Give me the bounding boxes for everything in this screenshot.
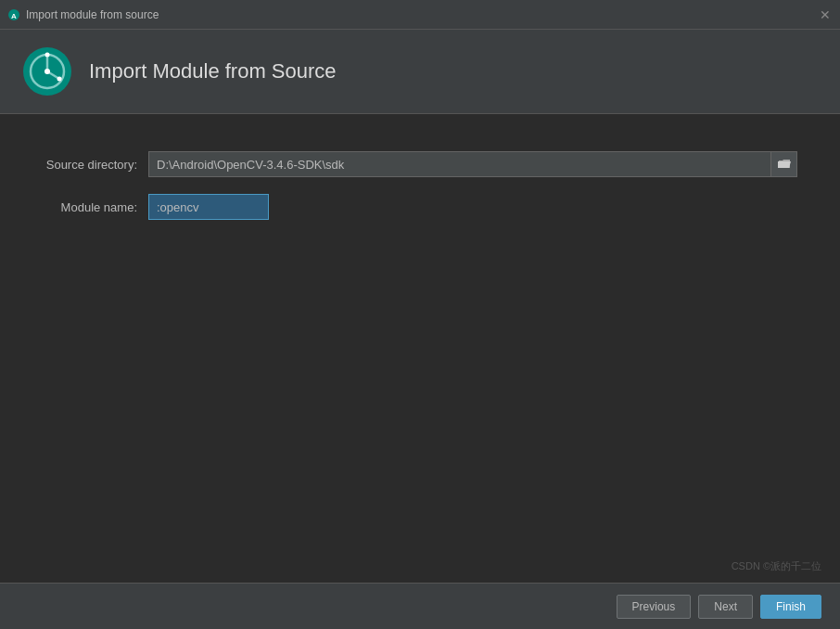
svg-point-6	[45, 69, 50, 74]
dialog-header: Import Module from Source	[0, 30, 840, 114]
close-button[interactable]: ✕	[818, 7, 833, 22]
next-button[interactable]: Next	[698, 595, 753, 619]
title-bar: A Import module from source ✕	[0, 0, 840, 30]
svg-text:A: A	[11, 11, 17, 19]
dialog-title: Import Module from Source	[89, 59, 337, 83]
source-directory-input-wrapper	[148, 151, 797, 177]
dialog-footer: Previous Next Finish	[0, 583, 840, 629]
title-bar-left: A Import module from source	[7, 8, 159, 21]
header-logo-icon	[22, 46, 72, 96]
browse-button[interactable]	[771, 151, 797, 177]
source-directory-input[interactable]	[148, 151, 771, 177]
folder-icon	[778, 159, 791, 170]
module-name-input[interactable]	[148, 194, 269, 220]
source-directory-row: Source directory:	[37, 151, 803, 177]
watermark: CSDN ©派的千二位	[732, 559, 821, 573]
previous-button[interactable]: Previous	[617, 595, 692, 619]
title-bar-title: Import module from source	[26, 8, 159, 21]
module-name-label: Module name:	[37, 200, 148, 214]
module-name-input-wrapper	[148, 194, 797, 220]
source-directory-label: Source directory:	[37, 158, 148, 172]
svg-point-7	[45, 53, 50, 58]
finish-button[interactable]: Finish	[760, 595, 821, 619]
main-content: Source directory: Module name:	[0, 114, 840, 274]
module-name-row: Module name:	[37, 194, 803, 220]
svg-point-8	[57, 77, 62, 82]
android-studio-icon: A	[7, 8, 20, 21]
